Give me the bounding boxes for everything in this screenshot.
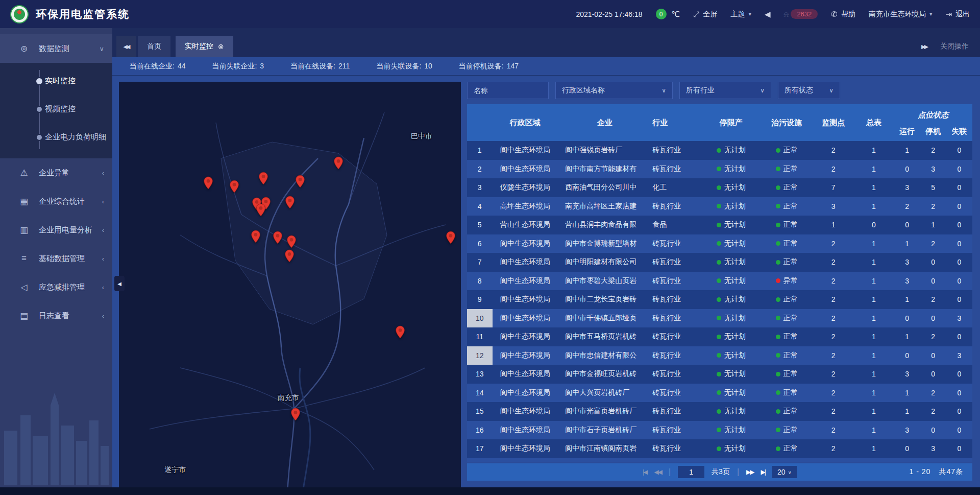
page-size-select[interactable]: 20 ∨ [772, 466, 797, 478]
table-row[interactable]: 18南部生态环境局南部县建兴页岩砖厂有砖瓦行业无计划正常21060 [467, 458, 972, 463]
points-cell: 2 [813, 421, 853, 440]
map-pin-icon[interactable] [286, 235, 296, 248]
map-pin-icon[interactable] [256, 203, 266, 217]
sidebar-subitem-realtime-monitor[interactable]: 实时监控 [0, 67, 112, 95]
treatment-status-cell: 正常 [760, 141, 813, 160]
map-collapse-handle[interactable]: ◀ [114, 276, 125, 291]
tab-home[interactable]: 首页 [138, 36, 170, 57]
table-row[interactable]: 13阆中生态环境局阆中市金福旺页岩机砖砖瓦行业无计划正常21300 [467, 365, 972, 384]
company-cell: 阆中明阳建材有限公司 [558, 253, 651, 272]
sidebar-item-log-view[interactable]: ▤ 日志查看 ‹ [0, 301, 112, 330]
region-cell: 阆中生态环境局 [493, 253, 558, 272]
industry-cell: 砖瓦行业 [651, 421, 702, 440]
sidebar-submenu: 实时监控 视频监控 企业电力负荷明细 [0, 63, 112, 158]
chevron-left-icon: ‹ [102, 226, 104, 234]
table-row[interactable]: 14阆中生态环境局阆中大兴页岩机砖厂砖瓦行业无计划正常21120 [467, 384, 972, 403]
table-row[interactable]: 1阆中生态环境局阆中强锐页岩砖厂砖瓦行业无计划正常21120 [467, 141, 972, 160]
next-page-button[interactable]: ▶▶ [746, 468, 753, 476]
map-canvas[interactable]: 巴中市南充市遂宁市 [119, 82, 461, 495]
sidebar-item-company-abnormal[interactable]: ⚠ 企业异常 ‹ [0, 158, 112, 187]
running-count-cell: 3 [894, 365, 920, 384]
sidebar-subitem-video-monitor[interactable]: 视频监控 [0, 95, 112, 123]
production-status-cell: 无计划 [702, 253, 760, 272]
logout-button[interactable]: ⇥ 退出 [945, 10, 970, 19]
map-pin-icon[interactable] [446, 231, 455, 244]
table-row[interactable]: 10阆中生态环境局阆中市千佛镇五郎垭页砖瓦行业无计划正常21003 [467, 309, 972, 328]
map-pin-icon[interactable] [251, 230, 261, 243]
map-pin-icon[interactable] [273, 231, 282, 244]
points-cell: 2 [813, 402, 853, 421]
map-pin-icon[interactable] [296, 175, 305, 188]
table-row[interactable]: 15阆中生态环境局阆中市光富页岩机砖厂砖瓦行业无计划正常21120 [467, 402, 972, 421]
tab-scroll-left-button[interactable]: ◀◀ [116, 36, 136, 57]
map-pin-icon[interactable] [334, 156, 344, 170]
first-page-button[interactable]: |◀ [643, 468, 647, 476]
map-pin-icon[interactable] [285, 196, 295, 209]
map-pin-icon[interactable] [285, 249, 295, 263]
page-number-input[interactable] [678, 466, 704, 478]
close-operations-button[interactable]: 关闭操作 [940, 42, 969, 51]
chevron-left-icon: ‹ [102, 198, 104, 205]
close-icon[interactable]: ⊗ [218, 42, 224, 51]
table-row[interactable]: 11阆中生态环境局阆中市五马桥页岩机砖砖瓦行业无计划正常21120 [467, 327, 972, 346]
status-dot-icon [717, 167, 721, 171]
sidebar-item-emergency-reduction[interactable]: ◁ 应急减排管理 ‹ [0, 273, 112, 301]
theme-menu-button[interactable]: 主题 ▾ [730, 10, 751, 19]
fullscreen-button[interactable]: ⤢ 全屏 [693, 10, 717, 19]
chevron-left-icon: ‹ [102, 169, 104, 177]
offline-count-cell: 0 [946, 458, 972, 463]
table-row[interactable]: 4高坪生态环境局南充市高坪区王家店建砖瓦行业无计划正常31220 [467, 197, 972, 216]
map-pin-icon[interactable] [290, 408, 300, 421]
region-filter-select[interactable]: 行政区域名称 ∨ [555, 82, 673, 99]
col-point-status: 点位状态 [894, 104, 972, 122]
table-row[interactable]: 3仪陇生态环境局西南油气田分公司川中化工无计划正常71350 [467, 178, 972, 197]
name-filter-input[interactable] [474, 86, 542, 95]
mute-button[interactable]: ◀ [765, 10, 771, 19]
sidebar-item-base-data[interactable]: ≡ 基础数据管理 ‹ [0, 244, 112, 273]
table-row[interactable]: 8阆中生态环境局阆中市枣碧大梁山页岩砖瓦行业无计划异常21300 [467, 272, 972, 291]
stats-bar: 当前在线企业:44 当前失联企业:3 当前在线设备:211 当前失联设备:10 … [112, 57, 980, 76]
industry-filter-select[interactable]: 所有行业 ∨ [679, 82, 771, 99]
map-pin-icon[interactable] [203, 176, 213, 190]
sidebar-item-data-monitor[interactable]: ⊚ 数据监测 ∨ [0, 34, 112, 63]
map-pin-icon[interactable] [229, 180, 239, 193]
company-cell: 南充市高坪区王家店建 [558, 197, 651, 216]
region-cell: 仪陇生态环境局 [493, 178, 558, 197]
stopped-count-cell: 2 [920, 384, 946, 403]
points-cell: 1 [813, 216, 853, 234]
production-status-cell: 无计划 [702, 346, 760, 365]
industry-cell: 砖瓦行业 [651, 439, 702, 458]
stat-offline-companies: 当前失联企业:3 [212, 62, 264, 71]
map-pin-icon[interactable] [258, 172, 268, 185]
running-count-cell: 3 [894, 253, 920, 272]
map-pin-icon[interactable] [395, 325, 405, 339]
table-row[interactable]: 6阆中生态环境局阆中市金博瑞新型墙材砖瓦行业无计划正常21120 [467, 234, 972, 253]
table-row[interactable]: 17阆中生态环境局阆中市江南镇阆南页岩砖瓦行业无计划正常21030 [467, 439, 972, 458]
stopped-count-cell: 2 [920, 402, 946, 421]
row-index-cell: 11 [467, 327, 493, 346]
table-row[interactable]: 9阆中生态环境局阆中市二龙长宝页岩砖砖瓦行业无计划正常21120 [467, 290, 972, 309]
last-page-button[interactable]: ▶| [761, 468, 765, 476]
table-row[interactable]: 7阆中生态环境局阆中明阳建材有限公司砖瓦行业无计划正常21300 [467, 253, 972, 272]
sidebar-item-power-analysis[interactable]: ▥ 企业用电量分析 ‹ [0, 216, 112, 244]
col-region: 行政区域 [493, 104, 558, 141]
sidebar-item-company-statistics[interactable]: ▦ 企业综合统计 ‹ [0, 187, 112, 216]
name-filter[interactable] [467, 82, 549, 99]
table-row[interactable]: 12阆中生态环境局阆中市忠信建材有限公砖瓦行业无计划正常21003 [467, 346, 972, 365]
row-index-cell: 15 [467, 402, 493, 421]
stats-doc-icon: ▦ [18, 196, 30, 207]
table-row[interactable]: 16阆中生态环境局阆中市石子页岩机砖厂砖瓦行业无计划正常21300 [467, 421, 972, 440]
sidebar-subitem-power-load-detail[interactable]: 企业电力负荷明细 [0, 123, 112, 151]
status-filter-select[interactable]: 所有状态 ∨ [778, 82, 840, 99]
notification-button[interactable]: ⍾ 2632 [783, 9, 818, 19]
prev-page-button[interactable]: ◀◀ [654, 468, 661, 476]
table-row[interactable]: 5营山生态环境局营山县润丰肉食品有限食品无计划正常10010 [467, 216, 972, 234]
treatment-status-cell: 正常 [760, 178, 813, 197]
tab-realtime-monitor[interactable]: 实时监控 ⊗ [176, 36, 233, 57]
status-dot-icon [776, 278, 780, 283]
production-status-cell: 无计划 [702, 458, 760, 463]
tab-scroll-right-button[interactable]: ▶▶ [921, 43, 927, 50]
help-button[interactable]: ✆ 帮助 [831, 10, 855, 19]
org-menu-button[interactable]: 南充市生态环境局 ▾ [869, 10, 933, 19]
table-row[interactable]: 2阆中生态环境局阆中市南方节能建材有砖瓦行业无计划正常21030 [467, 160, 972, 179]
